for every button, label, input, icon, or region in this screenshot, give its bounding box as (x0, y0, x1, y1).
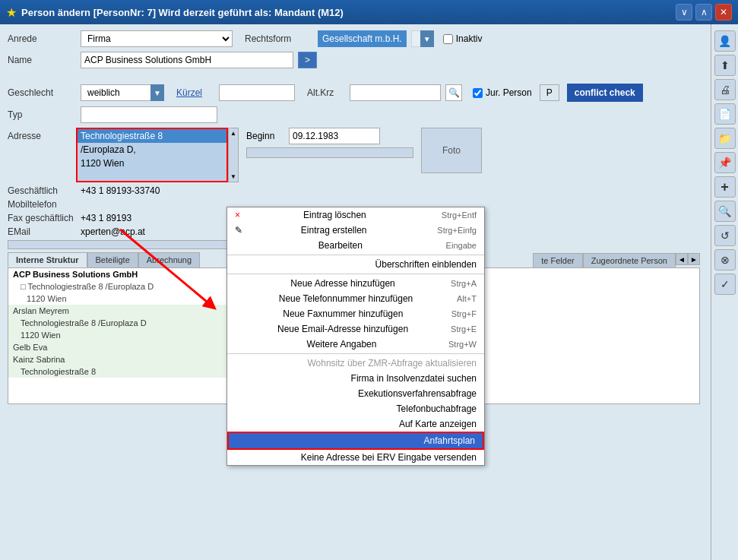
p-button[interactable]: P (540, 84, 559, 101)
mobiltelefon-label: Mobiltelefon (8, 199, 76, 210)
address-list: Technologiestraße 8 /Europlaza D, 1120 W… (76, 128, 228, 182)
beginn-input[interactable] (289, 128, 380, 144)
geschlecht-select-wrapper: weiblich ▼ (81, 84, 164, 101)
address-item-3[interactable]: 1120 Wien (78, 157, 226, 170)
confirm-icon-btn[interactable]: ✓ (714, 274, 736, 295)
share-icon-btn[interactable]: ⬆ (714, 55, 736, 76)
exekution-label: Exekutionsverfahrensabfrage (358, 388, 477, 399)
context-menu-item-insolvenz[interactable]: Firma in Insolvenzdatei suchen (227, 371, 484, 386)
new-fax-label: Neue Faxnummer hinzufügen (283, 308, 403, 319)
name-label: Name (8, 55, 76, 65)
title-bar: ★ Person ändern [PersonNr: 7] Wird derze… (0, 0, 738, 24)
foto-label: Foto (442, 145, 461, 156)
context-menu-item-edit[interactable]: Bearbeiten Eingabe (227, 238, 484, 253)
rechtsform-value: Gesellschaft m.b.H. (318, 30, 407, 47)
address-item-selected[interactable]: Technologiestraße 8 (78, 129, 226, 143)
minimize-button[interactable]: ∨ (676, 4, 692, 21)
print-icon-btn[interactable]: 🖨 (714, 79, 736, 100)
beginn-label: Beginn (246, 131, 284, 141)
geschlecht-row: Geschlecht weiblich ▼ Kürzel Alt.Krz 🔍 J… (8, 84, 700, 102)
context-menu-item-new-tel[interactable]: Neue Telefonnummer hinzufügen Alt+T (227, 291, 484, 306)
inaktiv-checkbox[interactable] (443, 34, 453, 44)
tab-interne-struktur[interactable]: Interne Struktur (8, 252, 87, 267)
conflict-check-button[interactable]: conflict check (567, 84, 643, 102)
tab-te-felder[interactable]: te Felder (533, 253, 582, 267)
pin-icon-btn[interactable]: 📌 (714, 152, 736, 173)
inaktiv-label: Inaktiv (456, 33, 483, 44)
context-menu-item-new-fax[interactable]: Neue Faxnummer hinzufügen Strg+F (227, 306, 484, 321)
adresse-label: Adresse (8, 128, 76, 141)
new-tel-label: Neue Telefonnummer hinzufügen (279, 293, 413, 304)
zmr-label: Wohnsitz über ZMR-Abfrage aktualisieren (307, 358, 477, 369)
context-menu-item-anfahrtsplan[interactable]: Anfahrtsplan (227, 432, 484, 450)
rechtsform-arrow-icon[interactable]: ▼ (420, 30, 434, 47)
tab-zugeordnete-person[interactable]: Zugeordnete Person (583, 253, 676, 267)
altkrz-search-button[interactable]: 🔍 (445, 84, 462, 101)
weitere-shortcut: Strg+W (448, 340, 477, 349)
context-menu: × Eintrag löschen Strg+Entf ✎ Eintrag er… (226, 207, 485, 466)
geschaeftlich-value: +43 1 89193-33740 (81, 185, 160, 196)
person-icon-btn[interactable]: 👤 (714, 30, 736, 52)
weitere-label: Weitere Angaben (307, 339, 377, 350)
insolvenz-label: Firma in Insolvenzdatei suchen (351, 373, 477, 384)
context-menu-item-weitere[interactable]: Weitere Angaben Strg+W (227, 337, 484, 352)
karte-label: Auf Karte anzeigen (399, 419, 477, 429)
anrede-select[interactable]: Firma (81, 30, 233, 47)
context-menu-item-create[interactable]: ✎ Eintrag erstellen Strg+Einfg (227, 223, 484, 238)
folder-icon-btn[interactable]: 📁 (714, 128, 736, 149)
anrede-row: Anrede Firma Rechtsform Gesellschaft m.b… (8, 30, 700, 47)
typ-input[interactable] (81, 106, 217, 123)
right-tabs: te Felder Zugeordnete Person ◄ ► (533, 253, 700, 267)
refresh-icon-btn[interactable]: ↺ (714, 225, 736, 246)
delete-icon: × (235, 210, 240, 220)
geschlecht-label: Geschlecht (8, 87, 76, 98)
geschaeftlich-row: Geschäftlich +43 1 89193-33740 (8, 185, 700, 196)
email-label: EMail (8, 226, 76, 237)
geschlecht-arrow-icon[interactable]: ▼ (150, 84, 164, 101)
context-menu-item-new-addr[interactable]: Neue Adresse hinzufügen Strg+A (227, 276, 484, 291)
cancel-circle-icon-btn[interactable]: ⊗ (714, 249, 736, 271)
name-action-button[interactable]: > (298, 52, 317, 68)
context-menu-item-karte[interactable]: Auf Karte anzeigen (227, 416, 484, 432)
close-button[interactable]: ✕ (715, 4, 732, 21)
geschaeftlich-label: Geschäftlich (8, 185, 76, 196)
tabs-prev-btn[interactable]: ◄ (676, 253, 688, 265)
address-item-2[interactable]: /Europlaza D, (78, 143, 226, 157)
separator-2 (227, 274, 484, 274)
context-menu-item-exekution[interactable]: Exekutionsverfahrensabfrage (227, 386, 484, 401)
telefonbuch-label: Telefonbuchabfrage (397, 403, 477, 414)
search-doc-icon-btn[interactable]: 🔍 (714, 201, 736, 222)
uberschriften-label: Überschriften einblenden (375, 259, 477, 270)
address-scrollbar[interactable]: ▲ ▼ (228, 128, 239, 182)
beginn-scrollbar[interactable] (246, 147, 413, 158)
anrede-select-wrapper: Firma (81, 30, 233, 47)
maximize-button[interactable]: ∧ (695, 4, 712, 21)
edit-label: Bearbeiten (318, 240, 363, 251)
context-menu-item-delete[interactable]: × Eintrag löschen Strg+Entf (227, 207, 484, 223)
tab-abrechnung[interactable]: Abrechnung (138, 252, 200, 267)
window-title: Person ändern [PersonNr: 7] Wird derzeit… (21, 7, 671, 18)
altkrz-label: Alt.Krz (307, 87, 345, 98)
anrede-label: Anrede (8, 33, 76, 44)
add-icon-btn[interactable]: + (714, 176, 736, 198)
tabs-next-btn[interactable]: ► (688, 253, 700, 265)
window-controls: ∨ ∧ ✕ (676, 4, 732, 21)
keine-adresse-label: Keine Adresse bei ERV Eingabe versenden (301, 452, 477, 463)
context-menu-item-telefonbuch[interactable]: Telefonbuchabfrage (227, 401, 484, 416)
name-input[interactable] (81, 52, 293, 68)
name-row: Name > (8, 52, 700, 68)
right-sidebar: 👤 ⬆ 🖨 📄 📁 📌 + 🔍 ↺ ⊗ ✓ (711, 24, 738, 560)
kuerzel-input[interactable] (219, 84, 295, 101)
separator-1 (227, 255, 484, 255)
context-menu-item-new-email[interactable]: Neue Email-Adresse hinzufügen Strg+E (227, 321, 484, 337)
rechtsform-label: Rechtsform (245, 33, 313, 44)
tab-beteiligte[interactable]: Beteiligte (87, 252, 138, 267)
jur-person-checkbox[interactable] (473, 88, 483, 98)
altkrz-input[interactable] (350, 84, 441, 101)
document-icon-btn[interactable]: 📄 (714, 103, 736, 125)
context-menu-item-uberschriften[interactable]: Überschriften einblenden (227, 257, 484, 272)
fax-label: Fax geschäftlich (8, 213, 76, 223)
context-menu-item-keine-adresse[interactable]: Keine Adresse bei ERV Eingabe versenden (227, 450, 484, 465)
star-icon: ★ (6, 5, 17, 20)
context-menu-item-zmr: Wohnsitz über ZMR-Abfrage aktualisieren (227, 356, 484, 371)
